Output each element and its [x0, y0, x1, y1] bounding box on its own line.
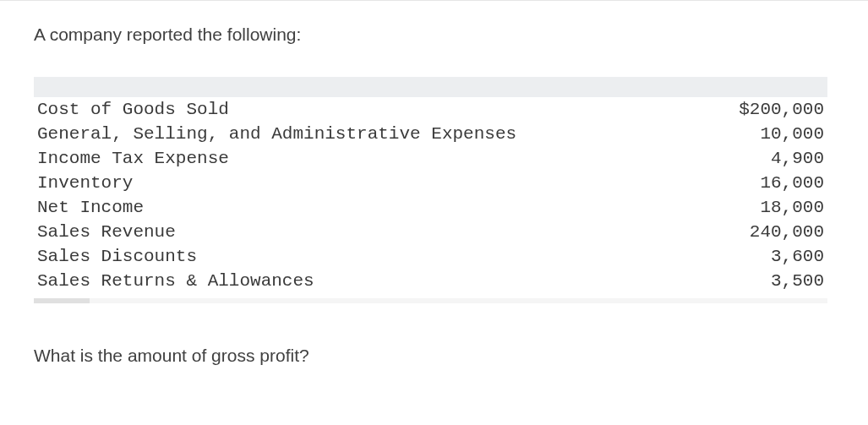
- table-row: Inventory 16,000: [34, 171, 827, 195]
- row-value: 16,000: [760, 173, 824, 193]
- table-row: Sales Revenue 240,000: [34, 220, 827, 244]
- table-footer-bar: [34, 298, 827, 303]
- row-label: Cost of Goods Sold: [37, 100, 229, 119]
- row-label: Sales Revenue: [37, 222, 176, 242]
- row-label: Income Tax Expense: [37, 149, 229, 168]
- row-label: Sales Discounts: [37, 247, 197, 266]
- table-row: Cost of Goods Sold $200,000: [34, 97, 827, 122]
- row-value: 18,000: [760, 198, 824, 217]
- row-label: General, Selling, and Administrative Exp…: [37, 124, 516, 144]
- row-label: Inventory: [37, 173, 133, 193]
- table-row: General, Selling, and Administrative Exp…: [34, 122, 827, 146]
- row-value: 3,600: [771, 247, 824, 266]
- table-row: Sales Discounts 3,600: [34, 244, 827, 269]
- question-text: What is the amount of gross profit?: [34, 346, 827, 366]
- row-value: 240,000: [750, 222, 824, 242]
- row-value: $200,000: [739, 100, 824, 119]
- row-label: Sales Returns & Allowances: [37, 271, 314, 291]
- question-intro: A company reported the following:: [34, 25, 827, 45]
- row-value: 3,500: [771, 271, 824, 291]
- row-label: Net Income: [37, 198, 144, 217]
- table-row: Income Tax Expense 4,900: [34, 146, 827, 171]
- table-row: Sales Returns & Allowances 3,500: [34, 269, 827, 293]
- question-page: A company reported the following: Cost o…: [0, 0, 868, 425]
- data-table: Cost of Goods Sold $200,000 General, Sel…: [34, 77, 827, 303]
- table-row: Net Income 18,000: [34, 195, 827, 220]
- row-value: 4,900: [771, 149, 824, 168]
- row-value: 10,000: [760, 124, 824, 144]
- table-header-bar: [34, 77, 827, 97]
